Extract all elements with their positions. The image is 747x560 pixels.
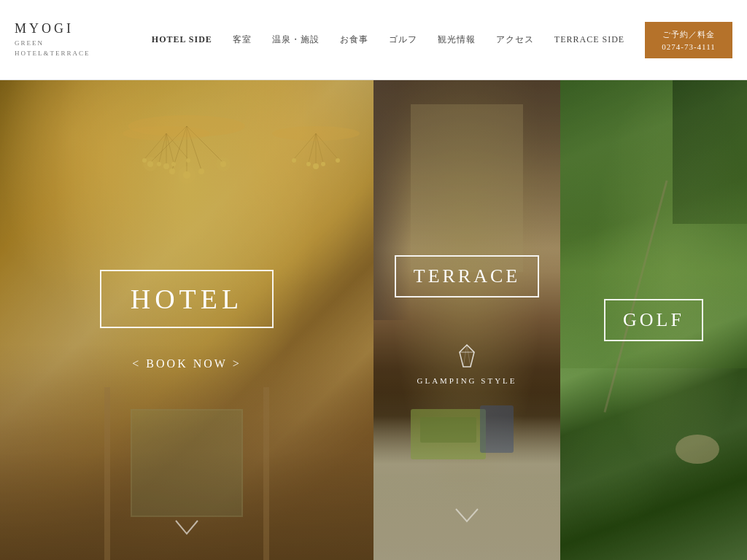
hotel-title-box: HOTEL [100,270,274,328]
nav-hotel-side[interactable]: HOTEL SIDE [152,34,212,45]
logo-subtitle: GREEN HOTEL&TERRACE [15,38,131,59]
nav-sightseeing[interactable]: 観光情報 [438,34,476,46]
scroll-arrow-icon [169,513,205,542]
hotel-content: HOTEL < BOOK NOW > [0,80,374,560]
terrace-title-box: TERRACE [395,255,539,298]
terrace-bottom-arrow [452,505,481,531]
golf-title-box: GOLF [604,299,703,341]
svg-marker-36 [460,345,474,367]
glamping-area: GLAMPING STYLE [417,341,516,385]
nav-golf[interactable]: ゴルフ [389,34,417,46]
nav-rooms[interactable]: 客室 [233,34,252,46]
golf-panel[interactable]: GOLF [560,80,747,560]
book-now-cta[interactable]: < BOOK NOW > [132,357,241,370]
terrace-title: TERRACE [414,265,520,287]
hero-section: HOTEL < BOOK NOW > [0,80,747,560]
nav-onsen[interactable]: 温泉・施設 [272,34,320,46]
logo-brand: MYOGI [15,21,131,36]
terrace-content: TERRACE GLAMPING STYLE [374,80,560,560]
logo[interactable]: MYOGI GREEN HOTEL&TERRACE [15,21,131,59]
reservation-phone: 0274-73-4111 [657,42,721,51]
chevron-down-icon [452,505,481,527]
nav-access[interactable]: アクセス [496,34,534,46]
reservation-button[interactable]: ご予約／料金 0274-73-4111 [645,22,732,58]
golf-title: GOLF [623,309,684,330]
glamping-label: GLAMPING STYLE [417,376,516,385]
reservation-label: ご予約／料金 [657,29,721,40]
header: MYOGI GREEN HOTEL&TERRACE HOTEL SIDE 客室 … [0,0,747,80]
nav-dining[interactable]: お食事 [340,34,368,46]
golf-content: GOLF [560,80,747,560]
crystal-icon [452,341,481,370]
terrace-panel[interactable]: TERRACE GLAMPING STYLE [374,80,560,560]
main-nav: HOTEL SIDE 客室 温泉・施設 お食事 ゴルフ 観光情報 アクセス TE… [131,34,645,46]
hotel-panel[interactable]: HOTEL < BOOK NOW > [0,80,374,560]
scroll-indicator [169,513,205,545]
hotel-title: HOTEL [131,284,244,314]
nav-terrace-side[interactable]: TERRACE SIDE [554,34,624,45]
